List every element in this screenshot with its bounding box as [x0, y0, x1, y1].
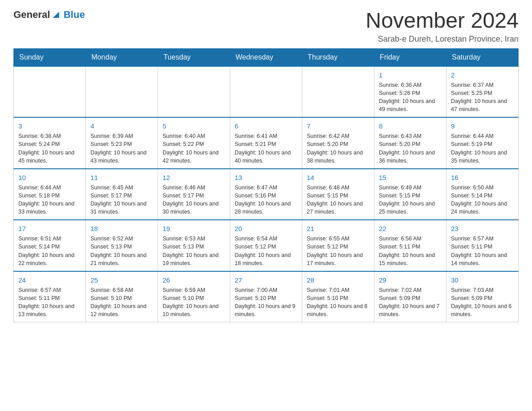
calendar-header-saturday: Saturday [446, 48, 519, 66]
calendar-week-row: 17Sunrise: 6:51 AM Sunset: 5:14 PM Dayli… [14, 220, 519, 271]
day-info: Sunrise: 6:36 AM Sunset: 5:26 PM Dayligh… [379, 81, 442, 114]
day-info: Sunrise: 7:03 AM Sunset: 5:09 PM Dayligh… [451, 286, 514, 319]
day-number: 28 [307, 275, 369, 285]
calendar-table: SundayMondayTuesdayWednesdayThursdayFrid… [13, 48, 519, 323]
calendar-cell [86, 66, 158, 118]
day-number: 23 [451, 224, 514, 233]
day-number: 22 [379, 224, 442, 233]
calendar-cell: 26Sunrise: 6:59 AM Sunset: 5:10 PM Dayli… [158, 271, 230, 322]
calendar-cell: 3Sunrise: 6:38 AM Sunset: 5:24 PM Daylig… [14, 117, 86, 169]
month-title: November 2024 [365, 9, 519, 33]
day-info: Sunrise: 6:58 AM Sunset: 5:10 PM Dayligh… [90, 286, 153, 319]
day-number: 8 [379, 121, 442, 131]
calendar-week-row: 3Sunrise: 6:38 AM Sunset: 5:24 PM Daylig… [14, 117, 519, 169]
day-info: Sunrise: 6:57 AM Sunset: 5:11 PM Dayligh… [451, 235, 514, 267]
day-number: 24 [18, 275, 81, 285]
calendar-cell: 18Sunrise: 6:52 AM Sunset: 5:13 PM Dayli… [86, 220, 158, 271]
calendar-header-wednesday: Wednesday [230, 48, 302, 66]
calendar-cell [302, 66, 374, 118]
day-info: Sunrise: 6:44 AM Sunset: 5:18 PM Dayligh… [18, 184, 81, 216]
day-number: 15 [379, 173, 442, 182]
day-number: 17 [18, 224, 81, 233]
calendar-cell: 22Sunrise: 6:56 AM Sunset: 5:11 PM Dayli… [374, 220, 446, 271]
calendar-cell: 24Sunrise: 6:57 AM Sunset: 5:11 PM Dayli… [14, 271, 86, 322]
calendar-cell: 27Sunrise: 7:00 AM Sunset: 5:10 PM Dayli… [230, 271, 302, 322]
calendar-week-row: 24Sunrise: 6:57 AM Sunset: 5:11 PM Dayli… [14, 271, 519, 322]
calendar-week-row: 1Sunrise: 6:36 AM Sunset: 5:26 PM Daylig… [14, 66, 519, 118]
location-subtitle: Sarab-e Dureh, Lorestan Province, Iran [365, 34, 519, 44]
day-info: Sunrise: 6:52 AM Sunset: 5:13 PM Dayligh… [90, 235, 153, 267]
day-number: 9 [451, 121, 514, 131]
day-number: 3 [18, 121, 81, 131]
day-number: 10 [18, 173, 81, 182]
day-number: 12 [163, 173, 225, 182]
calendar-cell: 10Sunrise: 6:44 AM Sunset: 5:18 PM Dayli… [14, 169, 86, 220]
logo: General Blue [13, 9, 85, 21]
calendar-cell: 9Sunrise: 6:44 AM Sunset: 5:19 PM Daylig… [446, 117, 519, 169]
day-info: Sunrise: 7:00 AM Sunset: 5:10 PM Dayligh… [235, 286, 297, 319]
day-info: Sunrise: 6:37 AM Sunset: 5:25 PM Dayligh… [451, 81, 514, 114]
calendar-cell: 20Sunrise: 6:54 AM Sunset: 5:12 PM Dayli… [230, 220, 302, 271]
calendar-week-row: 10Sunrise: 6:44 AM Sunset: 5:18 PM Dayli… [14, 169, 519, 220]
calendar-cell [14, 66, 86, 118]
calendar-cell: 4Sunrise: 6:39 AM Sunset: 5:23 PM Daylig… [86, 117, 158, 169]
day-number: 27 [235, 275, 297, 285]
day-number: 2 [451, 70, 514, 80]
calendar-cell: 13Sunrise: 6:47 AM Sunset: 5:16 PM Dayli… [230, 169, 302, 220]
day-number: 18 [90, 224, 153, 233]
day-info: Sunrise: 6:43 AM Sunset: 5:20 PM Dayligh… [379, 132, 442, 165]
header-area: General Blue November 2024 Sarab-e Dureh… [13, 9, 519, 44]
calendar-cell: 23Sunrise: 6:57 AM Sunset: 5:11 PM Dayli… [446, 220, 519, 271]
day-number: 1 [379, 70, 442, 80]
calendar-cell: 30Sunrise: 7:03 AM Sunset: 5:09 PM Dayli… [446, 271, 519, 322]
day-info: Sunrise: 6:50 AM Sunset: 5:14 PM Dayligh… [451, 184, 514, 216]
calendar-header-monday: Monday [86, 48, 158, 66]
day-number: 30 [451, 275, 514, 285]
calendar-cell: 7Sunrise: 6:42 AM Sunset: 5:20 PM Daylig… [302, 117, 374, 169]
day-info: Sunrise: 6:44 AM Sunset: 5:19 PM Dayligh… [451, 132, 514, 165]
day-info: Sunrise: 6:41 AM Sunset: 5:21 PM Dayligh… [235, 132, 297, 165]
calendar-cell: 1Sunrise: 6:36 AM Sunset: 5:26 PM Daylig… [374, 66, 446, 118]
svg-marker-0 [53, 12, 59, 18]
day-info: Sunrise: 6:54 AM Sunset: 5:12 PM Dayligh… [235, 235, 297, 267]
calendar-cell: 21Sunrise: 6:55 AM Sunset: 5:12 PM Dayli… [302, 220, 374, 271]
day-number: 4 [90, 121, 153, 131]
day-number: 7 [307, 121, 369, 131]
day-number: 5 [163, 121, 225, 131]
calendar-cell: 12Sunrise: 6:46 AM Sunset: 5:17 PM Dayli… [158, 169, 230, 220]
day-info: Sunrise: 6:40 AM Sunset: 5:22 PM Dayligh… [163, 132, 225, 165]
calendar-cell: 11Sunrise: 6:45 AM Sunset: 5:17 PM Dayli… [86, 169, 158, 220]
calendar-cell: 8Sunrise: 6:43 AM Sunset: 5:20 PM Daylig… [374, 117, 446, 169]
calendar-header-thursday: Thursday [302, 48, 374, 66]
calendar-header-sunday: Sunday [14, 48, 86, 66]
day-number: 29 [379, 275, 442, 285]
day-info: Sunrise: 6:47 AM Sunset: 5:16 PM Dayligh… [235, 184, 297, 216]
calendar-cell: 16Sunrise: 6:50 AM Sunset: 5:14 PM Dayli… [446, 169, 519, 220]
day-info: Sunrise: 6:55 AM Sunset: 5:12 PM Dayligh… [307, 235, 369, 267]
day-info: Sunrise: 6:51 AM Sunset: 5:14 PM Dayligh… [18, 235, 81, 267]
day-info: Sunrise: 6:42 AM Sunset: 5:20 PM Dayligh… [307, 132, 369, 165]
day-number: 16 [451, 173, 514, 182]
logo-triangle-icon [51, 10, 61, 20]
calendar-header-tuesday: Tuesday [158, 48, 230, 66]
day-info: Sunrise: 6:38 AM Sunset: 5:24 PM Dayligh… [18, 132, 81, 165]
day-number: 21 [307, 224, 369, 233]
calendar-cell: 14Sunrise: 6:48 AM Sunset: 5:15 PM Dayli… [302, 169, 374, 220]
calendar-cell: 25Sunrise: 6:58 AM Sunset: 5:10 PM Dayli… [86, 271, 158, 322]
calendar-cell: 19Sunrise: 6:53 AM Sunset: 5:13 PM Dayli… [158, 220, 230, 271]
day-info: Sunrise: 6:56 AM Sunset: 5:11 PM Dayligh… [379, 235, 442, 267]
calendar-header-row: SundayMondayTuesdayWednesdayThursdayFrid… [14, 48, 519, 66]
day-number: 14 [307, 173, 369, 182]
day-info: Sunrise: 6:39 AM Sunset: 5:23 PM Dayligh… [90, 132, 153, 165]
day-info: Sunrise: 7:01 AM Sunset: 5:10 PM Dayligh… [307, 286, 369, 319]
day-info: Sunrise: 7:02 AM Sunset: 5:09 PM Dayligh… [379, 286, 442, 319]
logo-text-general: General [13, 9, 50, 21]
calendar-cell [230, 66, 302, 118]
calendar-cell: 6Sunrise: 6:41 AM Sunset: 5:21 PM Daylig… [230, 117, 302, 169]
title-area: November 2024 Sarab-e Dureh, Lorestan Pr… [365, 9, 519, 44]
calendar-cell: 17Sunrise: 6:51 AM Sunset: 5:14 PM Dayli… [14, 220, 86, 271]
logo-text-blue: Blue [64, 9, 85, 20]
day-info: Sunrise: 6:45 AM Sunset: 5:17 PM Dayligh… [90, 184, 153, 216]
calendar-cell [158, 66, 230, 118]
day-info: Sunrise: 6:57 AM Sunset: 5:11 PM Dayligh… [18, 286, 81, 319]
